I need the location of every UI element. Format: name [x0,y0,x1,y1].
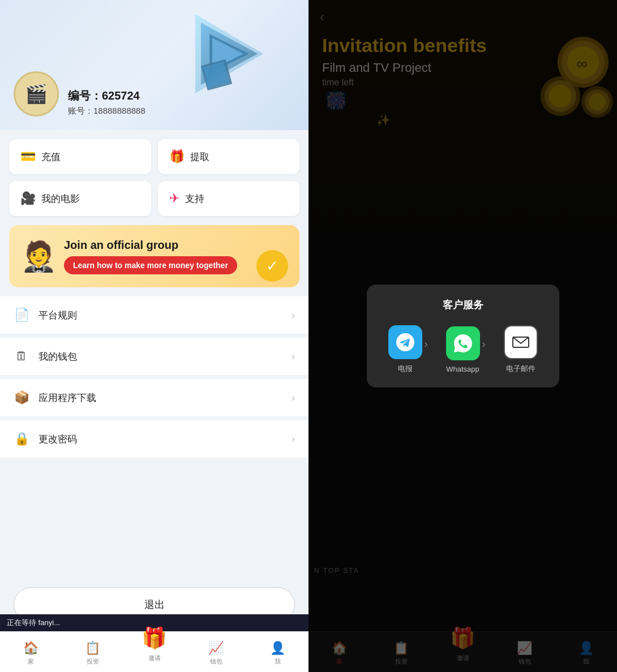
overlay[interactable]: 客户服务 电报 › [308,0,617,672]
app-download-label: 应用程序下载 [38,391,282,404]
email-option[interactable]: 电子邮件 [504,325,538,374]
telegram-icon-wrap [388,325,422,359]
menu-item-app-download[interactable]: 📦 应用程序下载 › [0,379,308,417]
platform-rules-icon: 📄 [14,308,29,322]
nav-invest[interactable]: 📋 投资 [62,636,123,670]
whatsapp-icon-wrap [446,326,480,360]
whatsapp-label: Whatsapp [446,365,479,373]
profile-id: 编号：625724 [68,88,145,104]
menu-list: 📄 平台规则 › 🗓 我的钱包 › 📦 应用程序下载 › 🔒 更改密码 › [0,292,308,578]
email-icon-wrap [504,325,538,359]
telegram-option-wrap: 电报 › [388,325,428,374]
left-bottom-nav: 🏠 家 📋 投资 🎁 邀请 📈 钱包 👤 我 [0,631,308,672]
chevron-right-icon: › [292,309,295,321]
lock-icon: 🔒 [14,432,29,446]
profile-info: 编号：625724 账号：18888888888 [68,88,145,117]
actions-grid: 💳 充值 🎁 提取 🎥 我的电影 ✈ 支持 [0,130,308,221]
avatar-icon: 🎬 [25,83,48,105]
wallet-nav-icon: 📈 [208,641,224,656]
customer-service-modal: 客户服务 电报 › [367,285,559,387]
withdraw-label: 提取 [190,150,209,163]
profile-nav-icon: 👤 [270,641,285,656]
change-password-label: 更改密码 [38,433,282,446]
wallet-icon: 🗓 [14,349,29,364]
telegram-label: 电报 [398,364,413,374]
movie-label: 我的电影 [41,192,80,205]
whatsapp-icon [453,333,473,354]
telegram-arrow-icon: › [425,338,428,350]
nav-home[interactable]: 🏠 家 [0,636,62,670]
chevron-right-icon-3: › [292,392,295,404]
support-button[interactable]: ✈ 支持 [158,181,300,216]
wallet-nav-label: 钱包 [210,657,222,666]
withdraw-button[interactable]: 🎁 提取 [158,139,300,174]
home-icon: 🏠 [23,641,38,656]
translation-text: 正在等待 fanyi... [7,618,60,628]
avatar: 🎬 [14,71,59,117]
nav-me[interactable]: 👤 我 [247,636,308,670]
withdraw-icon: 🎁 [169,149,185,164]
banner-character-icon: 🤵 [20,239,57,274]
my-movie-button[interactable]: 🎥 我的电影 [9,181,151,216]
whatsapp-option[interactable]: Whatsapp [446,326,480,373]
movie-icon: 🎥 [20,191,36,206]
chevron-right-icon-2: › [292,351,295,363]
telegram-icon [395,332,415,352]
wallet-label: 我的钱包 [38,350,282,363]
me-label: 我 [275,657,281,666]
left-panel: 🎬 编号：625724 账号：18888888888 💳 充值 🎁 提取 🎥 我… [0,0,308,672]
recharge-label: 充值 [41,150,61,163]
telegram-option[interactable]: 电报 [388,325,422,374]
modal-title: 客户服务 [383,298,543,312]
home-label: 家 [28,657,34,666]
nav-wallet[interactable]: 📈 钱包 [185,636,247,670]
invest-icon: 📋 [85,641,100,656]
chevron-right-icon-4: › [292,433,295,445]
email-icon [511,333,530,352]
support-label: 支持 [185,192,204,205]
app-download-icon: 📦 [14,390,29,405]
menu-item-platform-rules[interactable]: 📄 平台规则 › [0,296,308,334]
whatsapp-arrow-icon: › [482,338,486,350]
email-label: 电子邮件 [506,364,535,374]
recharge-button[interactable]: 💳 充值 [9,139,151,174]
whatsapp-option-wrap: Whatsapp › [446,325,486,374]
join-group-banner[interactable]: 🤵 Join an official group Learn how to ma… [9,225,299,287]
profile-header: 🎬 编号：625724 账号：18888888888 [0,0,308,130]
invest-label: 投资 [87,657,99,666]
triangle-decoration [173,3,286,105]
profile-account: 账号：18888888888 [68,106,145,117]
service-options: 电报 › Whatsapp › [383,325,543,374]
support-icon: ✈ [169,191,179,206]
invite-label: 邀请 [148,654,161,662]
banner-title: Join an official group [64,239,288,252]
recharge-icon: 💳 [20,149,36,164]
gift-decoration-icon: 🎁 [142,626,167,650]
platform-rules-label: 平台规则 [38,309,282,322]
nav-invite[interactable]: 🎁 邀请 [123,636,185,670]
banner-content: Join an official group Learn how to make… [64,239,288,274]
menu-item-wallet[interactable]: 🗓 我的钱包 › [0,338,308,376]
right-panel: Invitation benefits Film and TV Project … [308,0,617,672]
menu-item-change-password[interactable]: 🔒 更改密码 › [0,420,308,458]
banner-cta-button[interactable]: Learn how to make more money together [64,256,237,274]
